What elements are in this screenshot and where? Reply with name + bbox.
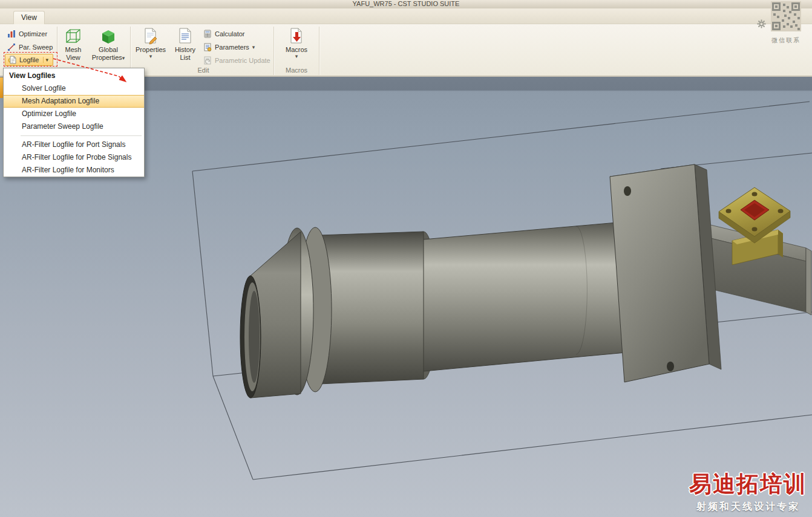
ribbon-separator — [319, 27, 319, 75]
group-label-macros: Macros — [277, 67, 316, 74]
parametric-update-icon — [203, 56, 212, 65]
watermark: 易迪拓培训 射频和天线设计专家 — [689, 469, 807, 513]
logfile-icon — [8, 56, 16, 64]
dropdown-header: View Logfiles — [4, 68, 144, 82]
optimizer-icon — [7, 30, 16, 38]
calculator-button[interactable]: Calculator — [201, 28, 247, 40]
global-properties-label2: Properties▾ — [92, 54, 125, 62]
parameters-dropdown-arrow: ▾ — [252, 45, 255, 50]
history-list-icon — [176, 27, 194, 45]
logfile-label: Logfile — [19, 56, 39, 63]
menu-bar: View — [0, 8, 812, 24]
mounting-plate — [610, 164, 721, 382]
parametric-update-label: Parametric Update — [215, 57, 270, 64]
qr-caption: 微信联系 — [767, 36, 805, 45]
menu-item-mesh-adaptation-logfile[interactable]: Mesh Adaptation Logfile — [4, 95, 144, 108]
watermark-title: 易迪拓培训 — [689, 469, 807, 499]
parametric-update-button: Parametric Update — [201, 54, 273, 67]
optimizer-label: Optimizer — [19, 30, 47, 37]
cylinder-large — [319, 232, 424, 384]
bounding-box-front-edges — [213, 376, 812, 480]
qr-contact-block: 微信联系 — [767, 1, 805, 45]
ribbon-separator — [273, 27, 274, 75]
menu-item-solver-logfile[interactable]: Solver Logfile — [4, 82, 144, 95]
logfile-dropdown-menu: View Logfiles Solver Logfile Mesh Adapta… — [3, 68, 145, 177]
global-properties-icon — [99, 27, 117, 45]
parameters-label: Parameters — [215, 44, 249, 51]
menu-item-parameter-sweep-logfile[interactable]: Parameter Sweep Logfile — [4, 120, 144, 133]
title-bar: YAFU_WR75 - CST STUDIO SUITE — [0, 0, 812, 8]
plate-bolt-hole — [667, 362, 674, 371]
global-properties-dropdown-arrow: ▾ — [122, 55, 125, 61]
global-properties-button[interactable]: Global Properties▾ — [88, 26, 128, 73]
par-sweep-icon — [7, 43, 16, 51]
history-list-label2: List — [180, 54, 190, 62]
group-label-edit: Edit — [132, 67, 275, 74]
logfile-dropdown-arrow[interactable]: ▾ — [43, 57, 50, 63]
calculator-icon — [203, 30, 212, 38]
logfile-button[interactable]: Logfile ▾ — [5, 54, 53, 66]
par-sweep-label: Par. Sweep — [19, 44, 53, 51]
menu-separator — [21, 135, 142, 136]
optimizer-button[interactable]: Optimizer — [5, 28, 50, 40]
macros-dropdown-arrow: ▾ — [295, 54, 298, 59]
tab-view[interactable]: View — [13, 11, 45, 24]
properties-icon — [142, 27, 160, 45]
par-sweep-button[interactable]: Par. Sweep — [5, 41, 55, 53]
global-properties-label: Global — [99, 46, 118, 54]
window-title: YAFU_WR75 - CST STUDIO SUITE — [353, 0, 460, 7]
mesh-view-label: Mesh — [65, 46, 82, 54]
menu-item-optimizer-logfile[interactable]: Optimizer Logfile — [4, 108, 144, 120]
history-list-label: History — [175, 46, 195, 54]
watermark-subtitle: 射频和天线设计专家 — [689, 501, 807, 513]
parameters-button[interactable]: Parameters ▾ — [201, 41, 257, 53]
mesh-view-button[interactable]: Mesh View — [59, 26, 87, 73]
gear-icon — [757, 19, 766, 28]
menu-item-ar-filter-monitors[interactable]: AR-Filter Logfile for Monitors — [4, 164, 144, 177]
mesh-view-icon — [64, 27, 82, 45]
parameters-icon — [203, 43, 212, 51]
plate-bolt-hole — [624, 186, 631, 196]
mesh-view-label2: View — [66, 54, 80, 62]
menu-item-ar-filter-probe[interactable]: AR-Filter Logfile for Probe Signals — [4, 151, 144, 164]
horn-cone — [240, 232, 301, 398]
qr-code — [771, 1, 801, 31]
properties-dropdown-arrow: ▾ — [149, 54, 152, 59]
menu-item-ar-filter-port[interactable]: AR-Filter Logfile for Port Signals — [4, 138, 144, 151]
macros-icon — [287, 27, 306, 45]
calculator-label: Calculator — [215, 30, 245, 37]
